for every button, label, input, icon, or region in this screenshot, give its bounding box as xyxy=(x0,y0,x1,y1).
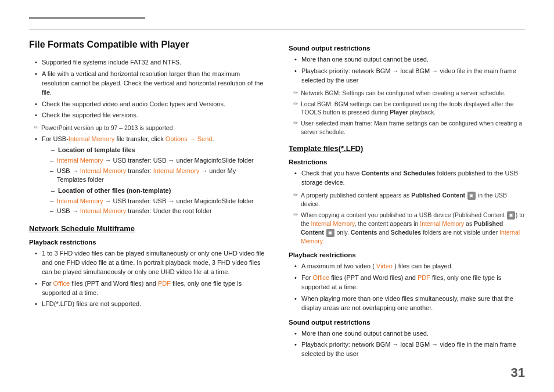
playback-restrictions-title: Playback restrictions xyxy=(29,239,265,246)
list-item: Location of other files (non-template) xyxy=(51,186,265,195)
right-column: Sound output restrictions More than one … xyxy=(289,39,525,362)
internal-memory-3: Internal Memory xyxy=(153,167,199,174)
note-icon: ✏ xyxy=(293,89,298,96)
internal-memory-1: Internal Memory xyxy=(57,157,103,164)
for-label: For xyxy=(42,280,53,287)
two-column-layout: File Formats Compatible with Player Supp… xyxy=(29,39,525,362)
office2-rest: files (PPT and Word files) and xyxy=(331,274,418,281)
note-icon: ✏ xyxy=(293,211,298,218)
sound-bullets: More than one sound output cannot be use… xyxy=(289,55,525,85)
other-arrow1: → USB transfer: USB → under MagicinfoSli… xyxy=(105,197,254,204)
top-decorative-line xyxy=(29,17,145,19)
list-item: More than one sound output cannot be use… xyxy=(294,329,525,339)
office-rest: files (PPT and Word files) and xyxy=(70,280,158,287)
page-number: 31 xyxy=(511,365,525,380)
other-sub-items: Internal Memory → USB transfer: USB → un… xyxy=(42,197,265,216)
location-template-sub: Location of template files xyxy=(42,146,265,154)
for-label2: For xyxy=(301,274,313,281)
internal-memory-highlight: Internal Memory xyxy=(69,135,114,142)
and-label: and xyxy=(391,170,403,177)
note-icon: ✏ xyxy=(293,120,298,126)
check-label: Check that you have xyxy=(301,170,361,177)
usb-transfer-item: For USB-Internal Memory file transfer, c… xyxy=(35,135,265,216)
list-item: Playback priority: network BGM → local B… xyxy=(294,340,525,359)
published-content-text1: A properly published content appears as … xyxy=(301,191,525,208)
local-bgm-text: Local BGM: BGM settings can be configure… xyxy=(301,100,525,117)
playback-restrictions2-title: Playback restrictions xyxy=(289,251,525,258)
main-bullet-list: Supported file systems include FAT32 and… xyxy=(29,58,265,121)
note-icon: ✏ xyxy=(34,124,38,131)
sound2-bullets: More than one sound output cannot be use… xyxy=(289,329,525,359)
list-item: Check the supported video and audio Code… xyxy=(35,100,265,109)
video-highlight: Video xyxy=(376,262,393,269)
list-item: Location of template files xyxy=(51,146,265,154)
main-section-title: File Formats Compatible with Player xyxy=(29,39,265,51)
template-lfd-title: Template files(*.LFD) xyxy=(289,144,525,153)
list-item: When playing more than one video files s… xyxy=(294,294,525,313)
list-item: Playback priority: network BGM → local B… xyxy=(294,67,525,85)
usb-transfer-list: For USB-Internal Memory file transfer, c… xyxy=(29,135,265,216)
list-item: A file with a vertical and horizontal re… xyxy=(35,70,265,98)
user-selected-text: User-selected main frame: Main frame set… xyxy=(301,119,525,136)
note-icon: ✏ xyxy=(293,100,298,107)
sound-output-title: Sound output restrictions xyxy=(289,45,525,52)
arrow1: → USB transfer: USB → under MagicinfoSli… xyxy=(105,157,254,164)
list-item: Supported file systems include FAT32 and… xyxy=(35,58,265,67)
list-item: Check the supported file versions. xyxy=(35,111,265,120)
page: File Formats Compatible with Player Supp… xyxy=(0,0,554,392)
usb-prefix: USB → xyxy=(57,167,80,174)
header-divider xyxy=(29,29,525,30)
list-item: A maximum of two video ( Video ) files c… xyxy=(294,262,525,271)
office2-highlight: Office xyxy=(313,274,330,281)
published-content-note2: ✏ When copying a content you published t… xyxy=(289,211,525,246)
left-column: File Formats Compatible with Player Supp… xyxy=(29,39,265,362)
playback-bullets: 1 to 3 FHD video files can be played sim… xyxy=(29,249,265,310)
sound-output2-title: Sound output restrictions xyxy=(289,319,525,326)
playback2-bullets: A maximum of two video ( Video ) files c… xyxy=(289,262,525,313)
usb-prefix2: USB → xyxy=(57,207,80,214)
restrictions-bullets: Check that you have Contents and Schedul… xyxy=(289,169,525,188)
location-template-label: Location of template files xyxy=(58,146,135,153)
contents-highlight: Contents xyxy=(361,170,389,177)
template-sub-items: Internal Memory → USB transfer: USB → un… xyxy=(42,156,265,184)
powerpoint-note: ✏ PowerPoint version up to 97 – 2013 is … xyxy=(29,124,265,132)
published-content-text2: When copying a content you published to … xyxy=(301,211,525,246)
published-content-note1: ✏ A properly published content appears a… xyxy=(289,191,525,208)
list-item: Internal Memory → USB transfer: USB → un… xyxy=(50,197,265,206)
list-item: LFD(*.LFD) files are not supported. xyxy=(35,300,265,309)
office-highlight: Office xyxy=(53,280,70,287)
powerpoint-note-text: PowerPoint version up to 97 – 2013 is su… xyxy=(41,124,172,132)
list-item: USB → Internal Memory transfer: Under th… xyxy=(50,207,265,215)
pdf2-highlight: PDF xyxy=(418,274,430,281)
network-schedule-title: Network Schedule Multiframe xyxy=(29,224,265,233)
period: . xyxy=(212,135,214,142)
user-selected-note: ✏ User-selected main frame: Main frame s… xyxy=(289,119,525,136)
list-item: For Office files (PPT and Word files) an… xyxy=(294,274,525,292)
player-highlight: Player xyxy=(390,109,408,116)
note-icon: ✏ xyxy=(293,192,298,198)
internal-memory-5: Internal Memory xyxy=(80,207,126,214)
usb-label: For USB- xyxy=(42,135,69,142)
internal-memory-2: Internal Memory xyxy=(80,167,126,174)
local-bgm-note: ✏ Local BGM: BGM settings can be configu… xyxy=(289,100,525,117)
max-label: A maximum of two video ( xyxy=(301,262,375,269)
pdf-highlight: PDF xyxy=(158,280,171,287)
max-label2: ) files can be played. xyxy=(394,262,453,269)
transfer-mid: transfer: xyxy=(128,167,153,174)
location-other-label: Location of other files (non-template) xyxy=(58,187,171,194)
options-send-link[interactable]: Options → Send xyxy=(166,135,213,142)
restrictions-title: Restrictions xyxy=(289,159,525,166)
list-item: More than one sound output cannot be use… xyxy=(294,55,525,64)
usb-label2: file transfer, click xyxy=(114,135,165,142)
list-item: For Office files (PPT and Word files) an… xyxy=(35,279,265,298)
list-item: USB → Internal Memory transfer: Internal… xyxy=(50,167,265,185)
location-other-sub: Location of other files (non-template) xyxy=(42,186,265,195)
internal-memory-4: Internal Memory xyxy=(57,197,103,204)
network-bgm-note: ✏ Network BGM: Settings can be configure… xyxy=(289,89,525,98)
other-suffix: transfer: Under the root folder xyxy=(128,207,211,214)
list-item: Check that you have Contents and Schedul… xyxy=(294,169,525,188)
schedules-highlight: Schedules xyxy=(404,170,436,177)
list-item: 1 to 3 FHD video files can be played sim… xyxy=(35,249,265,277)
network-bgm-text: Network BGM: Settings can be configured … xyxy=(301,89,506,98)
list-item: Internal Memory → USB transfer: USB → un… xyxy=(50,156,265,165)
